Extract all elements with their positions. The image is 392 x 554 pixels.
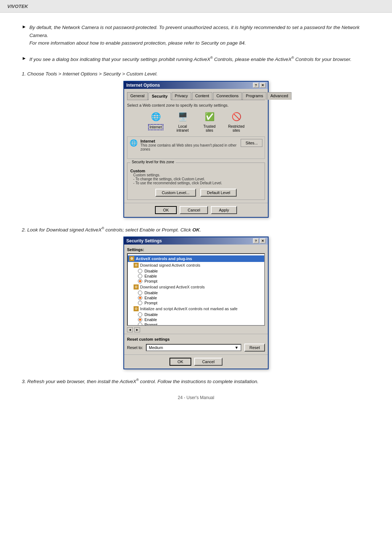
zone-trusted-sites-label: Trusted sites xyxy=(199,124,220,133)
main-content: ► By default, the Network Camera is not … xyxy=(0,13,392,415)
download-unsigned-header: ⚙ Download unsigned ActiveX controls xyxy=(128,284,264,290)
internet-info-row: 🌐 Internet This zone contains all Web si… xyxy=(130,139,262,153)
sec-help-button[interactable]: ? xyxy=(253,238,259,243)
security-level-section: Security level for this zone Custom Cust… xyxy=(127,163,265,200)
activex-group-header: ⚙ ActiveX controls and plug-ins xyxy=(128,255,264,262)
download-unsigned-label: Download unsigned ActiveX controls xyxy=(140,285,205,289)
security-settings-dialog: Security Settings ? ✕ Settings: ⚙ xyxy=(123,237,269,369)
reset-section: Reset custom settings Reset to: Medium ▼… xyxy=(124,334,268,354)
security-settings-titlebar: Security Settings ? ✕ xyxy=(124,237,268,245)
tab-general[interactable]: General xyxy=(127,92,148,100)
tab-content[interactable]: Content xyxy=(192,92,213,100)
download-signed-header: ⚙ Download signed ActiveX controls xyxy=(128,262,264,268)
step-1-label: 1. Choose Tools > Internet Options > Sec… xyxy=(22,71,370,77)
reset-button[interactable]: Reset xyxy=(244,344,265,352)
trusted-sites-icon: ✅ xyxy=(204,111,215,123)
step-2-label: 2. Look for Download signed ActiveX® con… xyxy=(22,226,370,233)
radio-disable-2-label: Disable xyxy=(144,291,158,295)
tab-security[interactable]: Security xyxy=(148,93,171,100)
initialize-script-icon: ⚙ xyxy=(134,306,139,311)
bullet-arrow-icon-2: ► xyxy=(22,56,26,61)
settings-list-container: ⚙ ActiveX controls and plug-ins ⚙ Downlo… xyxy=(124,253,268,326)
security-settings-title: Security Settings xyxy=(126,238,162,243)
internet-info: 🌐 Internet This zone contains all Web si… xyxy=(130,139,241,151)
download-signed-icon: ⚙ xyxy=(134,263,139,268)
apply-button[interactable]: Apply xyxy=(211,206,237,214)
internet-options-dialog-wrapper: Internet Options ? ✕ General Security Pr… xyxy=(22,81,370,218)
internet-options-footer: OK Cancel Apply xyxy=(124,203,268,217)
bullet-arrow-icon: ► xyxy=(22,24,26,29)
zone-trusted-sites[interactable]: ✅ Trusted sites xyxy=(199,111,220,133)
tab-privacy[interactable]: Privacy xyxy=(172,92,191,100)
sec-close-button[interactable]: ✕ xyxy=(260,238,266,243)
radio-prompt-1[interactable]: Prompt xyxy=(128,279,264,284)
radio-enable-3-label: Enable xyxy=(144,317,157,322)
zone-internet-label: Internet xyxy=(148,124,163,130)
header: VIVOTEK xyxy=(0,0,392,13)
reset-custom-label: Reset custom settings xyxy=(127,337,265,341)
internet-options-titlebar: Internet Options ? ✕ xyxy=(124,82,268,89)
zone-restricted-sites-label: Restricted sites xyxy=(225,124,247,133)
reset-row: Reset to: Medium ▼ Reset xyxy=(127,344,265,352)
tab-programs[interactable]: Programs xyxy=(242,92,266,100)
custom-level-button[interactable]: Custom Level... xyxy=(155,189,196,197)
tab-advanced[interactable]: Advanced xyxy=(267,92,291,100)
tabs-row: General Security Privacy Content Connect… xyxy=(127,92,265,100)
activex-group-icon: ⚙ xyxy=(129,256,134,261)
radio-disable-2[interactable]: Disable xyxy=(128,290,264,295)
step-3-block: 3. Refresh your web browser, then instal… xyxy=(22,378,370,384)
sites-button[interactable]: Sites... xyxy=(241,139,262,147)
settings-list[interactable]: ⚙ ActiveX controls and plug-ins ⚙ Downlo… xyxy=(127,253,265,326)
zone-description: Select a Web content zone to specify its… xyxy=(127,103,265,107)
nav-right-button[interactable]: ► xyxy=(134,327,140,332)
zone-local-intranet[interactable]: 🖥️ Local intranet xyxy=(172,111,193,133)
radio-enable-2[interactable]: Enable xyxy=(128,295,264,300)
radio-disable-2-circle xyxy=(138,291,142,295)
bullet-text-1: By default, the Network Camera is not pa… xyxy=(29,24,370,47)
ok-button[interactable]: OK xyxy=(155,206,177,214)
tab-connections[interactable]: Connections xyxy=(213,92,242,100)
step-1-block: 1. Choose Tools > Internet Options > Sec… xyxy=(22,71,370,218)
help-button[interactable]: ? xyxy=(253,83,259,88)
nav-row: ◄ ► xyxy=(124,326,268,334)
security-settings-dialog-wrapper: Security Settings ? ✕ Settings: ⚙ xyxy=(22,237,370,369)
footer-note: 24 - User's Manual xyxy=(22,395,370,400)
nav-left-button[interactable]: ◄ xyxy=(127,327,133,332)
radio-enable-1[interactable]: Enable xyxy=(128,274,264,279)
radio-disable-3[interactable]: Disable xyxy=(128,312,264,317)
custom-settings-line3: - To use the recommended settings, click… xyxy=(133,181,262,185)
radio-enable-2-label: Enable xyxy=(144,296,157,300)
internet-options-dialog: Internet Options ? ✕ General Security Pr… xyxy=(123,81,269,218)
custom-level-name: Custom xyxy=(130,169,145,173)
zone-restricted-sites[interactable]: 🚫 Restricted sites xyxy=(225,111,247,133)
default-level-button[interactable]: Default Level xyxy=(200,189,237,197)
radio-prompt-2-label: Prompt xyxy=(144,301,157,305)
radio-prompt-3[interactable]: Prompt xyxy=(128,322,264,326)
initialize-script-header: ⚙ Initialize and script ActiveX controls… xyxy=(128,305,264,312)
step-2-block: 2. Look for Download signed ActiveX® con… xyxy=(22,226,370,370)
radio-disable-1[interactable]: Disable xyxy=(128,268,264,274)
radio-prompt-3-label: Prompt xyxy=(144,323,157,326)
brand-label: VIVOTEK xyxy=(7,4,28,9)
sec-cancel-button[interactable]: Cancel xyxy=(194,358,222,366)
bullet-item-2: ► If you see a dialog box indicating tha… xyxy=(22,55,370,63)
internet-options-body: General Security Privacy Content Connect… xyxy=(124,89,268,203)
radio-enable-1-label: Enable xyxy=(144,274,157,278)
dropdown-arrow-icon: ▼ xyxy=(234,345,238,350)
close-button[interactable]: ✕ xyxy=(260,83,266,88)
restricted-sites-icon: 🚫 xyxy=(230,111,242,123)
internet-section-title: Internet xyxy=(140,139,155,143)
internet-text: Internet This zone contains all Web site… xyxy=(140,139,241,151)
radio-prompt-2[interactable]: Prompt xyxy=(128,300,264,305)
zone-internet[interactable]: 🌐 Internet xyxy=(145,111,167,133)
radio-disable-3-circle xyxy=(138,312,142,317)
cancel-button[interactable]: Cancel xyxy=(180,206,208,214)
internet-icon: 🌐 xyxy=(150,111,162,123)
radio-enable-2-circle xyxy=(138,296,142,300)
radio-enable-3[interactable]: Enable xyxy=(128,317,264,322)
sec-ok-button[interactable]: OK xyxy=(170,358,191,366)
internet-options-title: Internet Options xyxy=(126,83,160,88)
security-settings-footer: OK Cancel xyxy=(124,354,268,369)
reset-dropdown[interactable]: Medium ▼ xyxy=(146,344,241,351)
download-signed-label: Download signed ActiveX controls xyxy=(140,263,200,267)
